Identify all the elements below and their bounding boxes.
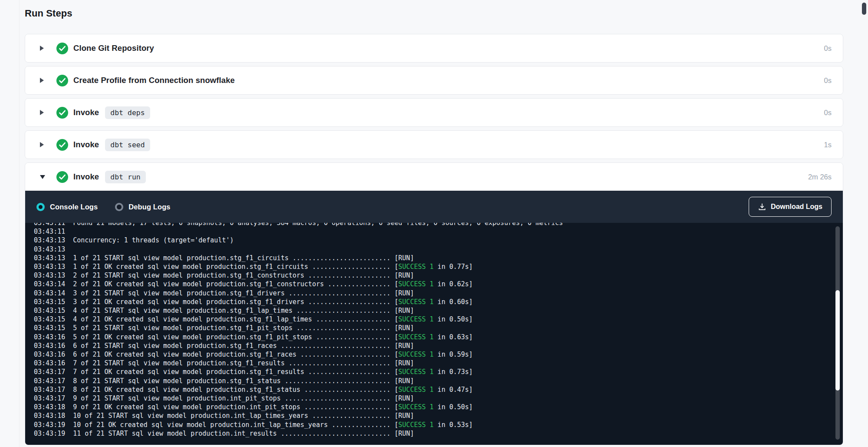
- step-card-invoke-dbt-run: Invoke dbt run 2m 26s Console Logs Debug…: [25, 162, 843, 445]
- step-card-invoke-dbt-deps: Invoke dbt deps 0s: [25, 98, 843, 127]
- console-toolbar: Console Logs Debug Logs Download Logs: [25, 191, 843, 223]
- chevron-right-icon[interactable]: [40, 142, 46, 147]
- log-line: 03:43:1911 of 21 START sql view model pr…: [34, 429, 834, 438]
- log-line: 03:43:131 of 21 START sql view model pro…: [34, 254, 834, 262]
- log-line: 03:43:131 of 21 OK created sql view mode…: [34, 262, 834, 271]
- tab-label: Console Logs: [50, 203, 98, 211]
- download-logs-label: Download Logs: [771, 203, 822, 211]
- chevron-down-icon[interactable]: [40, 175, 46, 179]
- log-line: 03:43:1810 of 21 START sql view model pr…: [34, 411, 834, 420]
- success-check-icon: [56, 139, 68, 151]
- log-line: 03:43:153 of 21 OK created sql view mode…: [34, 298, 834, 306]
- step-header-create-profile[interactable]: Create Profile from Connection snowflake…: [25, 66, 843, 94]
- step-card-invoke-dbt-seed: Invoke dbt seed 1s: [25, 130, 843, 159]
- console-scrollbar[interactable]: [835, 226, 840, 440]
- log-line: 03:43:155 of 21 START sql view model pro…: [34, 324, 834, 332]
- log-line: 03:43:189 of 21 OK created sql view mode…: [34, 403, 834, 411]
- console-log-output[interactable]: 03:43:11Found 21 models, 17 tests, 0 sna…: [25, 223, 843, 445]
- log-line: 03:43:178 of 21 START sql view model pro…: [34, 377, 834, 385]
- log-line: 03:43:165 of 21 OK created sql view mode…: [34, 333, 834, 341]
- success-check-icon: [56, 43, 68, 54]
- tab-label: Debug Logs: [128, 203, 170, 211]
- step-header-invoke-dbt-run[interactable]: Invoke dbt run 2m 26s: [25, 163, 843, 191]
- download-logs-button[interactable]: Download Logs: [749, 197, 832, 217]
- step-title: Invoke: [73, 108, 99, 117]
- step-duration: 2m 26s: [808, 173, 832, 181]
- step-command-chip: dbt run: [105, 171, 146, 183]
- step-command-chip: dbt deps: [105, 106, 150, 119]
- step-card-clone-git-repository: Clone Git Repository 0s: [25, 34, 843, 63]
- chevron-right-icon[interactable]: [40, 78, 46, 83]
- step-header-invoke-dbt-seed[interactable]: Invoke dbt seed 1s: [25, 131, 843, 159]
- log-line: 03:43:166 of 21 OK created sql view mode…: [34, 350, 834, 359]
- step-title: Create Profile from Connection snowflake: [73, 76, 235, 85]
- step-command-chip: dbt seed: [105, 139, 150, 151]
- step-title: Invoke: [73, 172, 99, 182]
- success-check-icon: [56, 171, 68, 183]
- log-line: 03:43:142 of 21 OK created sql view mode…: [34, 280, 834, 288]
- tab-debug-logs[interactable]: Debug Logs: [115, 203, 170, 211]
- log-line: 03:43:154 of 21 START sql view model pro…: [34, 306, 834, 315]
- radio-selected-icon[interactable]: [36, 203, 45, 211]
- step-card-create-profile: Create Profile from Connection snowflake…: [25, 66, 843, 95]
- log-line: 03:43:13: [34, 245, 834, 254]
- log-line: 03:43:132 of 21 START sql view model pro…: [34, 271, 834, 280]
- tab-console-logs[interactable]: Console Logs: [36, 203, 98, 211]
- success-check-icon: [56, 75, 68, 86]
- console-scrollbar-thumb[interactable]: [835, 290, 840, 391]
- log-line: 03:43:166 of 21 START sql view model pro…: [34, 341, 834, 350]
- log-line: 03:43:177 of 21 OK created sql view mode…: [34, 368, 834, 376]
- step-duration: 0s: [824, 76, 832, 85]
- step-duration: 0s: [824, 44, 832, 53]
- log-line: 03:43:167 of 21 START sql view model pro…: [34, 359, 834, 368]
- step-title: Invoke: [73, 140, 99, 149]
- page-scrollbar-thumb[interactable]: [862, 3, 866, 15]
- step-duration: 1s: [824, 141, 832, 149]
- step-header-clone-git-repository[interactable]: Clone Git Repository 0s: [25, 34, 843, 62]
- chevron-right-icon[interactable]: [40, 110, 46, 115]
- log-line: 03:43:11: [34, 227, 834, 236]
- content-left-border: [19, 0, 20, 447]
- log-line: 03:43:154 of 21 OK created sql view mode…: [34, 315, 834, 324]
- log-line: 03:43:143 of 21 START sql view model pro…: [34, 289, 834, 298]
- success-check-icon: [56, 107, 68, 119]
- step-header-invoke-dbt-deps[interactable]: Invoke dbt deps 0s: [25, 99, 843, 126]
- log-line: 03:43:1910 of 21 OK created sql view mod…: [34, 421, 834, 429]
- chevron-right-icon[interactable]: [40, 46, 46, 51]
- page-title: Run Steps: [25, 0, 843, 19]
- log-line: 03:43:179 of 21 START sql view model pro…: [34, 394, 834, 403]
- log-line: 03:43:11Found 21 models, 17 tests, 0 sna…: [34, 223, 834, 227]
- console-panel: Console Logs Debug Logs Download Logs 03…: [25, 191, 843, 445]
- step-duration: 0s: [824, 109, 832, 117]
- step-title: Clone Git Repository: [73, 43, 154, 53]
- radio-unselected-icon[interactable]: [115, 203, 123, 211]
- download-icon: [758, 202, 766, 211]
- log-line: 03:43:178 of 21 OK created sql view mode…: [34, 385, 834, 394]
- log-lines: 03:43:11Found 21 models, 17 tests, 0 sna…: [34, 223, 834, 438]
- log-line: 03:43:13Concurrency: 1 threads (target='…: [34, 236, 834, 245]
- run-steps-page: Run Steps Clone Git Repository 0s Create…: [25, 0, 843, 445]
